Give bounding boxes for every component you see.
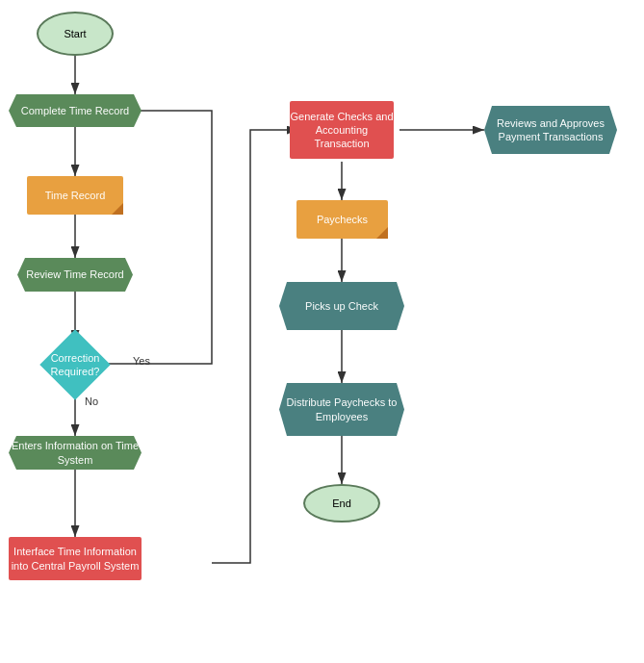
interface-time-node: Interface Time Information into Central …	[9, 537, 142, 580]
generate-checks-node: Generate Checks and Accounting Transacti…	[290, 101, 394, 159]
flowchart-diagram: Start Complete Time Record Time Record R…	[0, 0, 644, 663]
paychecks-node: Paychecks	[296, 200, 388, 239]
enters-information-node: Enters Information on Time System	[9, 436, 142, 470]
end-node: End	[303, 484, 380, 523]
no-label: No	[85, 395, 98, 408]
distribute-paychecks-node: Distribute Paychecks to Employees	[279, 383, 404, 436]
complete-time-record-node: Complete Time Record	[9, 94, 142, 127]
picks-up-check-node: Picks up Check	[279, 282, 404, 330]
review-time-record-node: Review Time Record	[17, 258, 133, 292]
start-node: Start	[37, 12, 114, 56]
time-record-node: Time Record	[27, 176, 123, 215]
reviews-approves-node: Reviews and Approves Payment Transaction…	[484, 106, 617, 154]
yes-label: Yes	[133, 354, 150, 368]
correction-required-label: Correction Required?	[37, 340, 114, 390]
